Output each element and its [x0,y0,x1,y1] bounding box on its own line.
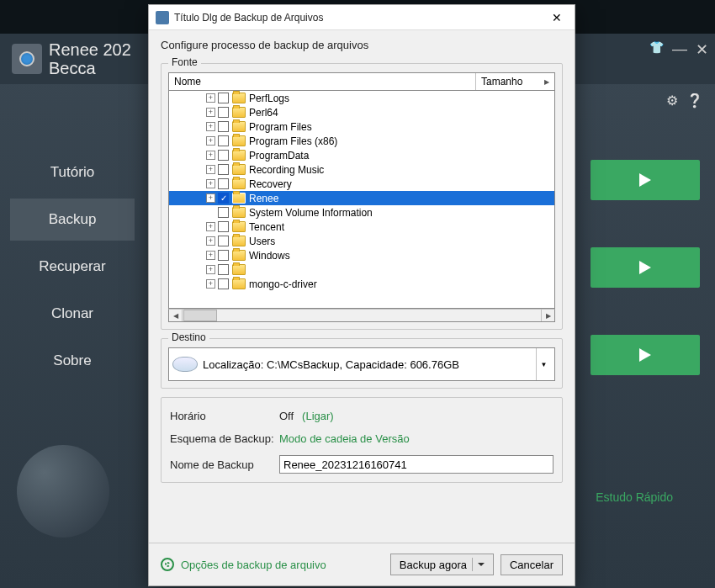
folder-icon [232,264,246,275]
tree-checkbox[interactable] [218,135,229,146]
expander-icon[interactable]: + [206,165,215,174]
tree-checkbox[interactable] [218,121,229,132]
folder-icon [232,278,246,289]
destination-dropdown-arrow[interactable]: ▼ [536,348,551,380]
tree-checkbox[interactable] [218,164,229,175]
tree-checkbox[interactable] [218,250,229,261]
dialog-body: Configure processo de backup de arquivos… [149,30,575,543]
disk-icon [172,357,198,372]
dialog-titlebar[interactable]: Título Dlg de Backup de Arquivos ✕ [149,5,575,30]
tree-row[interactable]: +PerfLogs [169,91,554,105]
nome-label: Nome de Backup [170,458,279,471]
app-title-line1: Renee 202 [49,40,131,59]
close-icon[interactable]: ✕ [696,40,708,59]
expander-icon[interactable]: + [206,108,215,117]
tree-checkbox[interactable] [218,264,229,275]
tree-checkbox[interactable] [218,178,229,189]
expander-icon[interactable]: + [206,136,215,146]
tree-checkbox[interactable] [218,150,229,161]
backup-name-input[interactable] [279,455,553,474]
destination-select[interactable]: Localização: C:\MCsBackup, Capacidade: 6… [168,347,555,381]
tree-row[interactable]: +Windows [169,248,554,262]
tree-checkbox[interactable] [218,221,229,232]
expander-icon[interactable]: + [206,265,215,274]
tree-row[interactable]: +Program Files (x86) [169,134,554,148]
tree-row[interactable]: +Recovery [169,177,554,191]
scroll-left-button[interactable]: ◀ [169,310,183,321]
tree-body[interactable]: +PerfLogs+Perl64+Program Files+Program F… [168,90,555,309]
destination-group: Destino Localização: C:\MCsBackup, Capac… [161,338,563,389]
sidebar-item-recover[interactable]: Recuperar [10,246,135,288]
backup-now-button[interactable]: Backup agora [390,554,494,575]
tree-row[interactable]: +Recording Music [169,162,554,177]
quick-study-link[interactable]: Estudo Rápido [596,490,673,504]
tree-item-label: Recovery [249,178,292,190]
expander-icon[interactable]: + [206,279,215,289]
tree-item-label: Perl64 [249,107,278,119]
tree-checkbox[interactable] [218,207,229,218]
horario-toggle-link[interactable]: (Ligar) [302,410,334,422]
tree-item-label: mongo-c-driver [249,278,317,290]
dialog-close-button[interactable]: ✕ [544,8,569,27]
sidebar-item-clone[interactable]: Clonar [10,293,135,335]
app-title: Renee 202 Becca [49,40,131,77]
tree-header: Nome Tamanho ▶ [168,72,555,90]
horizontal-scrollbar[interactable]: ◀ ▶ [168,309,555,322]
expander-icon[interactable]: + [206,151,215,160]
backup-options-link[interactable]: Opções de backup de arquivo [181,559,384,571]
tree-checkbox[interactable] [218,278,229,289]
expander-icon[interactable]: + [206,222,215,231]
scroll-thumb[interactable] [183,310,217,321]
dialog-title: Título Dlg de Backup de Arquivos [174,12,544,24]
folder-icon [232,193,246,204]
tree-row[interactable]: +ProgramData [169,148,554,162]
column-header-name[interactable]: Nome [169,73,476,90]
expander-icon[interactable]: + [206,179,215,188]
help-icon[interactable]: ❔ [686,93,703,109]
tree-row[interactable]: +Perl64 [169,105,554,119]
bg-action-button-2[interactable] [591,247,700,288]
tshirt-icon[interactable]: 👕 [649,40,664,59]
esquema-value-link[interactable]: Modo de cadeia de Versão [279,432,410,445]
tree-item-label: Recording Music [249,164,324,176]
app-logo [12,44,42,74]
tree-row[interactable]: + [169,262,554,277]
gear-icon[interactable]: ⚙ [666,93,678,109]
folder-icon [232,207,246,218]
expander-icon[interactable]: + [206,251,215,260]
folder-icon [232,150,246,161]
expander-icon[interactable]: + [206,236,215,246]
tree-checkbox[interactable] [218,93,229,103]
bg-window-controls: 👕 — ✕ [649,40,708,59]
bg-sidebar: Tutório Backup Recuperar Clonar Sobre [10,151,135,387]
tree-checkbox[interactable] [218,193,229,204]
tree-row[interactable]: +mongo-c-driver [169,277,554,291]
folder-icon [232,135,246,146]
bg-header-icons: ⚙ ❔ [666,93,703,109]
bg-action-button-3[interactable] [591,335,700,375]
tree-row[interactable]: +Users [169,234,554,248]
expander-icon[interactable]: + [206,93,215,103]
tree-row[interactable]: +Program Files [169,119,554,134]
tree-checkbox[interactable] [218,107,229,118]
tree-checkbox[interactable] [218,236,229,246]
expander-icon[interactable]: + [206,193,215,203]
sidebar-item-tutorial[interactable]: Tutório [10,151,135,193]
cancel-button[interactable]: Cancelar [500,554,563,575]
tree-row[interactable]: +Renee [169,191,554,205]
source-group: Fonte Nome Tamanho ▶ +PerfLogs+Perl64+Pr… [161,63,563,330]
bg-action-button-1[interactable] [591,160,700,200]
tree-row[interactable]: +Tencent [169,220,554,234]
minimize-icon[interactable]: — [672,40,687,59]
column-header-size[interactable]: Tamanho ▶ [476,73,554,90]
scroll-right-button[interactable]: ▶ [541,310,554,321]
tree-item-label: Windows [249,250,290,262]
expander-icon[interactable]: + [206,122,215,131]
sort-arrow-icon: ▶ [544,78,549,86]
sidebar-item-backup[interactable]: Backup [10,199,135,241]
horario-value: Off [279,410,294,422]
esquema-label: Esquema de Backup: [170,432,279,445]
sidebar-item-about[interactable]: Sobre [10,340,135,382]
tree-row[interactable]: System Volume Information [169,205,554,220]
app-title-line2: Becca [49,59,96,77]
